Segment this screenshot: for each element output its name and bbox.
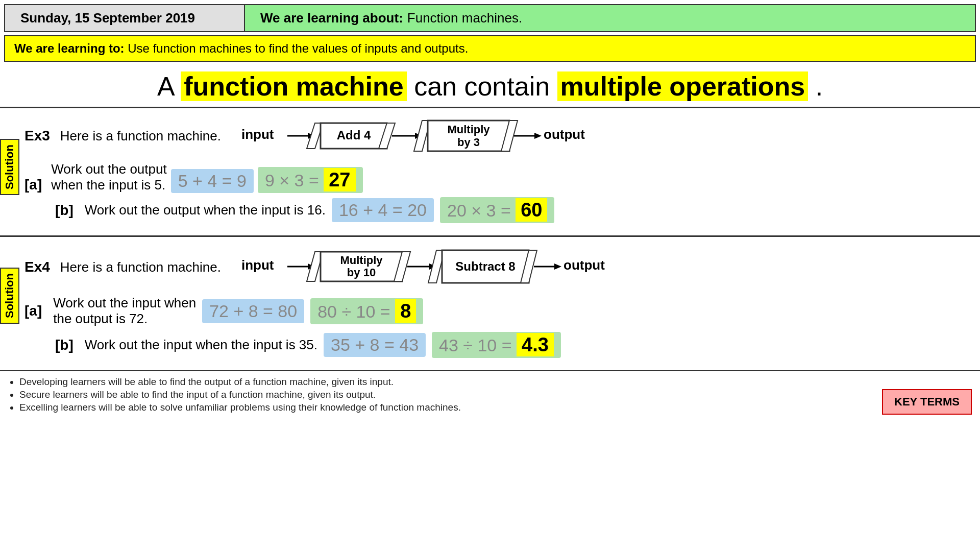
- ex4-parta-text: Work out the input whenthe output is 72.: [53, 295, 196, 327]
- ex3-partb-eq2: 20 × 3 = 60: [440, 197, 555, 223]
- ex3-parta-text: Work out the outputwhen the input is 5.: [51, 161, 166, 193]
- svg-text:Subtract 8: Subtract 8: [455, 259, 515, 273]
- ex3-desc: Here is a function machine.: [60, 128, 221, 144]
- key-terms-button[interactable]: KEY TERMS: [882, 389, 972, 415]
- title-end: .: [816, 71, 823, 101]
- ex4-desc: Here is a function machine.: [60, 259, 221, 275]
- title-highlight2: multiple operations: [557, 71, 808, 101]
- ex3-partb-text: Work out the output when the input is 16…: [85, 202, 326, 218]
- svg-text:output: output: [564, 257, 605, 273]
- title-pre: A: [157, 71, 174, 101]
- ex3-section: Solution Ex3 Here is a function machine.…: [0, 107, 980, 231]
- learning-bar-prefix: We are learning to:: [14, 41, 125, 55]
- svg-text:by 10: by 10: [347, 266, 376, 279]
- ex4-solution-label: Solution: [0, 268, 19, 324]
- footer-bullet-1: Developing learners will be able to find…: [19, 376, 461, 388]
- svg-marker-32: [554, 263, 561, 270]
- header-topic: We are learning about: Function machines…: [245, 5, 975, 31]
- ex4-partb: [b] Work out the input when the input is…: [55, 332, 972, 358]
- svg-text:Multiply: Multiply: [447, 123, 490, 136]
- ex3-partb-label: [b]: [55, 202, 74, 219]
- learning-bar: We are learning to: Use function machine…: [4, 35, 976, 62]
- ex4-parta-eq2: 80 ÷ 10 = 8: [310, 298, 423, 324]
- main-title: A function machine can contain multiple …: [0, 71, 980, 102]
- ex4-parta-label: [a]: [24, 303, 42, 319]
- ex3-partb-answer: 60: [516, 198, 547, 222]
- svg-text:input: input: [241, 257, 274, 273]
- svg-text:Add 4: Add 4: [337, 128, 371, 142]
- ex3-parta-eq1: 5 + 4 = 9: [171, 169, 254, 193]
- header-topic-text: Function machines.: [407, 10, 522, 26]
- ex4-partb-eq1: 35 + 8 = 43: [324, 333, 426, 357]
- ex4-partb-text: Work out the input when the input is 35.: [85, 337, 317, 353]
- learning-bar-text: Use function machines to find the values…: [128, 41, 468, 55]
- footer-bullets: Developing learners will be able to find…: [8, 376, 461, 415]
- ex3-machine-diagram: input Add 4: [241, 115, 589, 156]
- footer-bullet-2: Secure learners will be able to find the…: [19, 389, 461, 400]
- ex4-partb-label: [b]: [55, 337, 74, 353]
- ex4-section: Solution Ex4 Here is a function machine.…: [0, 235, 980, 366]
- ex4-parta-eq1: 72 + 8 = 80: [202, 299, 304, 323]
- header: Sunday, 15 September 2019 We are learnin…: [4, 4, 976, 32]
- svg-text:Multiply: Multiply: [340, 254, 383, 267]
- ex4-machine-diagram: input Multiply by 10: [241, 244, 629, 290]
- ex4-parta-answer: 8: [395, 299, 416, 323]
- ex4-partb-eq2: 43 ÷ 10 = 4.3: [432, 332, 561, 358]
- ex3-solution-label: Solution: [0, 139, 19, 195]
- footer-bullet-3: Excelling learners will be able to solve…: [19, 402, 461, 413]
- ex3-parta-answer: 27: [324, 168, 355, 191]
- ex3-label: Ex3: [24, 128, 50, 144]
- ex3-parta-label: [a]: [24, 177, 42, 193]
- title-highlight1: function machine: [181, 71, 406, 101]
- svg-marker-15: [534, 133, 542, 139]
- ex3-parta-eq2: 9 × 3 = 27: [258, 167, 363, 193]
- svg-text:by 3: by 3: [457, 136, 480, 149]
- ex4-label: Ex4: [24, 259, 50, 275]
- header-date: Sunday, 15 September 2019: [5, 5, 245, 31]
- header-topic-prefix: We are learning about:: [260, 10, 403, 26]
- ex4-partb-answer: 4.3: [517, 333, 554, 356]
- ex3-partb: [b] Work out the output when the input i…: [55, 197, 972, 223]
- footer: Developing learners will be able to find…: [0, 370, 980, 420]
- svg-text:input: input: [241, 127, 274, 142]
- title-mid: can contain: [414, 71, 557, 101]
- svg-text:output: output: [544, 127, 585, 142]
- ex3-partb-eq1: 16 + 4 = 20: [332, 198, 434, 222]
